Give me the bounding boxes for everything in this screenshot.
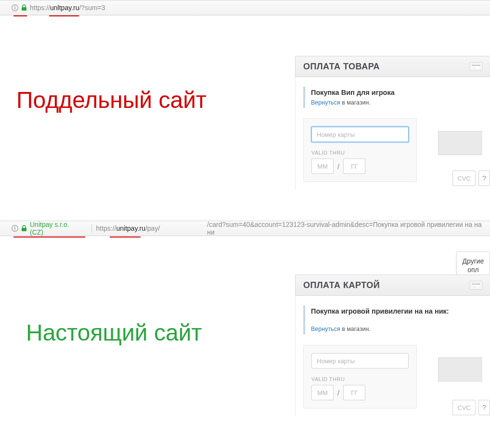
svg-point-13	[474, 286, 475, 287]
addressbar-fake: https://unltpay.ru/?sum=3	[0, 0, 490, 15]
pay-panel-fake: ОПЛАТА ТОВАРА Покупка Вип для игрока Вер…	[295, 56, 490, 190]
addressbar-separator	[91, 224, 92, 233]
svg-rect-3	[22, 7, 26, 11]
underline-icons-fake	[13, 15, 27, 16]
return-row: Вернуться в магазин.	[311, 326, 482, 332]
valid-thru-label: VALID THRU	[311, 376, 409, 382]
card-form: VALID THRU /	[303, 119, 417, 182]
pay-panel-title: ОПЛАТА КАРТОЙ	[303, 280, 470, 290]
fake-site-label: Поддельный сайт	[16, 88, 206, 113]
expiry-row: /	[311, 158, 409, 174]
cvc-input[interactable]	[452, 171, 476, 186]
addressbar-real: Unitpay s.r.o. (CZ) https://unitpay.ru/p…	[0, 221, 490, 236]
month-input[interactable]	[311, 158, 334, 174]
url-path-visible: /pay/	[145, 224, 160, 232]
pay-panel-header: ОПЛАТА ТОВАРА	[295, 56, 490, 77]
popup-line2: опл	[467, 266, 479, 274]
cvc-wrap-real: ?	[452, 400, 490, 415]
return-link[interactable]: Вернуться	[311, 99, 340, 106]
month-input[interactable]	[311, 385, 334, 400]
purchase-desc: Покупка Вип для игрока	[311, 89, 482, 96]
year-input[interactable]	[343, 385, 365, 400]
svg-rect-11	[472, 282, 480, 288]
card-number-input[interactable]	[311, 353, 409, 369]
expiry-slash: /	[337, 162, 339, 171]
lock-icon	[21, 4, 27, 11]
pay-panel-body: Покупка игровой привилегии на на ник: Ве…	[295, 296, 490, 416]
valid-thru-label: VALID THRU	[311, 150, 409, 156]
pay-panel-real: ОПЛАТА КАРТОЙ Покупка игровой привилегии…	[295, 275, 490, 416]
underline-cert-real	[13, 237, 85, 237]
svg-point-6	[474, 67, 475, 68]
info-icon	[12, 225, 18, 232]
return-row: Вернуться в магазин.	[311, 99, 482, 106]
url-host: unltpay.ru	[50, 4, 79, 12]
purchase-desc-block: Покупка игровой привилегии на на ник: Ве…	[303, 305, 482, 334]
underline-domain-real	[110, 237, 141, 237]
progress-strip	[438, 131, 482, 155]
return-link[interactable]: Вернуться	[311, 326, 340, 332]
card-icon	[470, 281, 482, 290]
expiry-row: /	[311, 385, 409, 400]
year-input[interactable]	[343, 158, 365, 174]
card-form: VALID THRU /	[303, 345, 417, 408]
svg-rect-4	[472, 64, 480, 69]
real-site-label: Настоящий сайт	[26, 320, 202, 346]
progress-strip	[438, 357, 482, 382]
card-icon	[470, 62, 482, 71]
card-number-input[interactable]	[311, 127, 409, 142]
cvc-wrap-fake: ?	[452, 171, 490, 186]
svg-rect-12	[472, 284, 480, 285]
url-scheme: https://	[96, 224, 116, 232]
cvc-help-button[interactable]: ?	[478, 400, 490, 415]
expiry-slash: /	[337, 389, 339, 397]
info-icon	[12, 4, 18, 11]
svg-rect-10	[22, 228, 26, 231]
lock-icon	[21, 225, 27, 232]
ev-cert-name: Unitpay s.r.o. (CZ)	[30, 221, 83, 236]
pay-panel-header: ОПЛАТА КАРТОЙ	[295, 275, 490, 296]
pay-panel-title: ОПЛАТА ТОВАРА	[303, 62, 470, 72]
svg-point-1	[14, 6, 15, 7]
return-suffix: в магазин.	[340, 326, 371, 332]
purchase-desc: Покупка игровой привилегии на на ник:	[311, 307, 482, 315]
popup-line1: Другие	[463, 257, 484, 265]
return-suffix: в магазин.	[340, 99, 371, 106]
svg-rect-5	[472, 65, 480, 66]
url-scheme: https://	[30, 4, 50, 12]
underline-domain-fake	[49, 15, 79, 16]
svg-point-8	[14, 226, 15, 227]
purchase-desc-block: Покупка Вип для игрока Вернуться в магаз…	[303, 87, 482, 108]
svg-rect-9	[14, 228, 15, 230]
cvc-input[interactable]	[452, 400, 476, 415]
svg-rect-2	[14, 7, 15, 9]
url-host: unitpay.ru	[116, 224, 145, 232]
url-path: /?sum=3	[79, 4, 105, 12]
cvc-help-button[interactable]: ?	[478, 171, 490, 186]
url-query: /card?sum=40&account=123123-survival-adm…	[207, 221, 483, 236]
